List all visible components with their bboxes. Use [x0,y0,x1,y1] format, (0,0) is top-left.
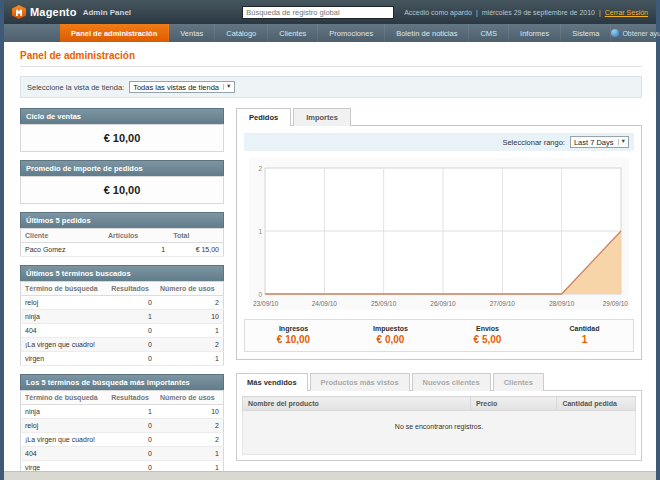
table-row[interactable]: reloj 0 2 [21,419,224,433]
svg-text:2: 2 [258,165,262,172]
last-orders-table: Cliente Artículos Total Paco Gomez 1 € 1… [20,228,224,257]
bestsellers-panel: Nombre del producto Precio Cantidad pedi… [236,390,642,461]
tab-bestsellers[interactable]: Más vendidos [236,373,308,391]
totals-row: Ingresos € 10,00 Impuestos € 0,00 Envíos… [244,319,634,352]
logged-in-as: Accedió como apardo [404,9,472,16]
range-selector-bar: Seleccionar rango: Last 7 Days ▼ [244,133,634,151]
chart-area: 01223/09/1024/09/1025/09/1026/09/1027/09… [244,158,634,310]
svg-text:29/09/10: 29/09/10 [603,300,629,307]
nav-item-sales[interactable]: Ventas [169,24,215,42]
column-header: Artículos [104,229,169,243]
magento-admin-window: Magento Admin Panel Accedió como apardo … [0,0,660,480]
average-orders-box: Promedio de importe de pedidos € 10,00 [20,160,224,204]
store-view-value: Todas las vistas de tienda [133,83,219,92]
column-header: Resultados [107,391,156,405]
lifetime-sales-value: € 10,00 [20,124,224,152]
tab-customers[interactable]: Clientes [493,373,544,391]
store-view-switcher: Seleccione la vista de tienda: Todas las… [20,76,642,98]
last-orders-box: Últimos 5 pedidos Cliente Artículos Tota… [20,212,224,257]
empty-records-message: No se encontraron registros. [243,411,636,455]
table-row[interactable]: ninja 1 10 [21,405,224,419]
chevron-down-icon: ▼ [618,139,626,145]
last-search-terms-table: Término de búsqueda Resultados Número de… [20,281,224,366]
svg-text:26/09/10: 26/09/10 [430,300,456,307]
footer-bar [4,471,656,480]
global-search-input[interactable] [242,6,394,19]
top-search-terms-table: Término de búsqueda Resultados Número de… [20,390,224,475]
nav-item-newsletter[interactable]: Boletín de noticias [385,24,469,42]
column-header: Número de usos [156,282,224,296]
nav-item-system[interactable]: Sistema [561,24,611,42]
column-header: Término de búsqueda [21,391,108,405]
svg-text:23/09/10: 23/09/10 [253,300,279,307]
svg-text:25/09/10: 25/09/10 [371,300,397,307]
dashboard-main: Pedidos Importes Seleccionar rango: Last… [236,108,642,480]
column-header: Término de búsqueda [21,282,108,296]
tab-most-viewed[interactable]: Productos más vistos [310,373,410,391]
table-row[interactable]: ninja 1 10 [21,310,224,324]
table-row[interactable]: virgen 0 1 [21,352,224,366]
nav-item-dashboard[interactable]: Panel de administración [60,24,169,42]
top-search-terms-title: Los 5 términos de búsqueda más important… [20,374,224,390]
average-orders-title: Promedio de importe de pedidos [20,160,224,176]
get-help-link[interactable]: Obtener ayuda para esta página [611,24,660,42]
separator: | [599,9,601,16]
page-title: Panel de administración [20,50,642,67]
column-header: Total [169,229,223,243]
column-header: Cantidad pedida [557,397,636,411]
chevron-down-icon: ▼ [223,84,231,90]
help-icon [611,29,619,37]
chart-tabs: Pedidos Importes [236,108,642,125]
tab-new-customers[interactable]: Nuevos clientes [412,373,491,391]
tab-orders[interactable]: Pedidos [236,108,291,126]
stat-shipping: Envíos € 5,00 [439,325,536,345]
separator: | [476,9,478,16]
table-row[interactable]: 404 0 1 [21,324,224,338]
orders-chart: 01223/09/1024/09/1025/09/1026/09/1027/09… [249,158,629,310]
last-search-terms-box: Últimos 5 términos buscados Término de b… [20,265,224,366]
lifetime-sales-title: Ciclo de ventas [20,108,224,124]
logo-suffix: Admin Panel [83,8,131,17]
column-header: Cliente [21,229,104,243]
nav-item-catalog[interactable]: Catálogo [215,24,268,42]
dashboard-sidebar: Ciclo de ventas € 10,00 Promedio de impo… [20,108,224,480]
session-info: Accedió como apardo | miércoles 29 de se… [404,9,648,16]
magento-logo-icon [12,5,26,19]
nav-item-reports[interactable]: Informes [509,24,561,42]
nav-item-promotions[interactable]: Promociones [318,24,385,42]
range-select[interactable]: Last 7 Days ▼ [570,136,629,148]
current-date: miércoles 29 de septiembre de 2010 [482,9,595,16]
svg-text:27/09/10: 27/09/10 [490,300,516,307]
average-orders-value: € 10,00 [20,176,224,204]
header-bar: Magento Admin Panel Accedió como apardo … [4,0,656,24]
table-row[interactable]: reloj 0 2 [21,296,224,310]
tab-amounts[interactable]: Importes [293,108,351,126]
nav-item-cms[interactable]: CMS [469,24,509,42]
range-label: Seleccionar rango: [502,138,565,147]
store-view-select[interactable]: Todas las vistas de tienda ▼ [129,81,234,93]
table-row[interactable]: 404 0 1 [21,447,224,461]
logout-link[interactable]: Cerrar Sesión [605,9,648,16]
help-label: Obtener ayuda para esta página [622,30,660,37]
column-header: Nombre del producto [243,397,471,411]
svg-text:0: 0 [258,291,262,298]
stat-revenue: Ingresos € 10,00 [245,325,342,345]
range-value: Last 7 Days [574,138,614,147]
bestsellers-table: Nombre del producto Precio Cantidad pedi… [242,396,636,455]
table-row[interactable]: Paco Gomez 1 € 15,00 [21,243,224,257]
magento-logo[interactable]: Magento Admin Panel [12,5,131,19]
store-view-label: Seleccione la vista de tienda: [27,83,124,92]
main-navigation: Panel de administración Ventas Catálogo … [4,24,656,42]
logo-text: Magento [30,6,77,18]
table-row[interactable]: ¡La virgen que cuadro! 0 2 [21,338,224,352]
chart-panel: Seleccionar rango: Last 7 Days ▼ 01223/0… [236,125,642,360]
svg-text:24/09/10: 24/09/10 [312,300,338,307]
svg-text:1: 1 [258,228,262,235]
nav-item-customers[interactable]: Clientes [268,24,318,42]
table-row[interactable]: ¡La virgen que cuadro! 0 2 [21,433,224,447]
stat-quantity: Cantidad 1 [536,325,633,345]
last-orders-title: Últimos 5 pedidos [20,212,224,228]
column-header: Número de usos [156,391,224,405]
last-search-terms-title: Últimos 5 términos buscados [20,265,224,281]
stat-tax: Impuestos € 0,00 [342,325,439,345]
